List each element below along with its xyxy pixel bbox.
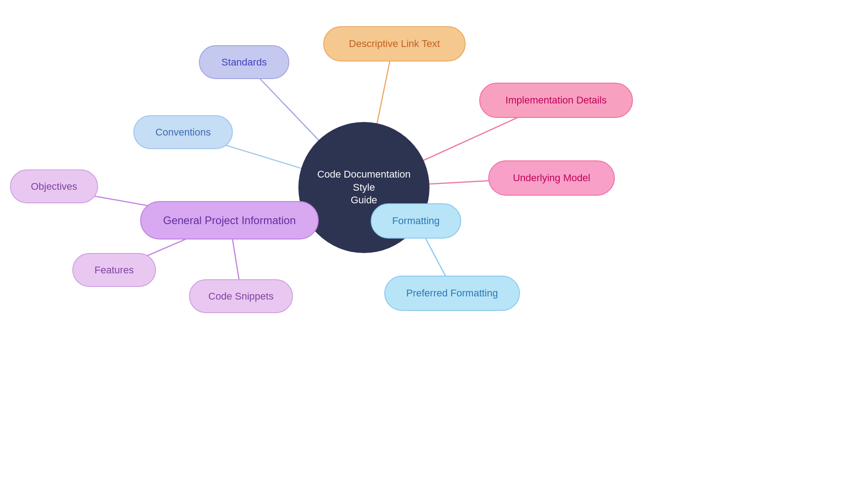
underlying-node[interactable]: Underlying Model	[488, 160, 615, 196]
formatting-label: Formatting	[392, 215, 439, 227]
impl-node[interactable]: Implementation Details	[479, 83, 633, 118]
codesnippets-node[interactable]: Code Snippets	[189, 279, 293, 313]
dlt-node[interactable]: Descriptive Link Text	[323, 26, 466, 61]
standards-label: Standards	[222, 56, 267, 68]
preferred-node[interactable]: Preferred Formatting	[384, 276, 520, 311]
formatting-node[interactable]: Formatting	[371, 203, 461, 239]
features-node[interactable]: Features	[72, 253, 156, 287]
preferred-label: Preferred Formatting	[406, 287, 498, 299]
underlying-label: Underlying Model	[513, 172, 590, 184]
center-label: Code Documentation Style Guide	[307, 168, 420, 207]
gpi-label: General Project Information	[163, 214, 296, 227]
conventions-node[interactable]: Conventions	[133, 115, 233, 149]
features-label: Features	[94, 264, 134, 276]
objectives-node[interactable]: Objectives	[10, 169, 98, 203]
gpi-node[interactable]: General Project Information	[140, 201, 319, 239]
impl-label: Implementation Details	[505, 94, 607, 106]
standards-node[interactable]: Standards	[199, 45, 289, 79]
dlt-label: Descriptive Link Text	[349, 38, 440, 50]
codesnippets-label: Code Snippets	[208, 291, 274, 302]
conventions-label: Conventions	[156, 127, 211, 138]
objectives-label: Objectives	[31, 181, 77, 192]
